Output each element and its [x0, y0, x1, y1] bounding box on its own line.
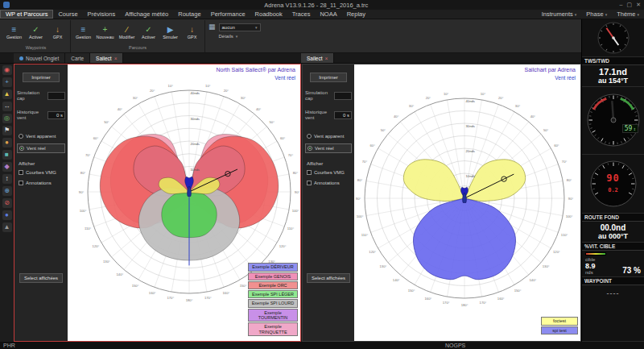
ribbon-parcours-gestion-button[interactable]: ≡Gestion — [72, 20, 94, 45]
menu-phase[interactable]: Phase▾ — [581, 10, 612, 19]
tab-carte[interactable]: Carte — [65, 53, 90, 63]
courbes-vmg-checkbox[interactable]: Courbes VMG — [305, 168, 352, 177]
ribbon-parcours-gpx-button[interactable]: ↓GPX — [181, 20, 203, 45]
svg-text:120°: 120° — [369, 250, 376, 254]
legend-item[interactable]: Exemple TOURMENTIN — [248, 309, 298, 322]
svg-text:20nds: 20nds — [191, 142, 200, 146]
compass-gauge-svg — [582, 19, 644, 57]
radio-vent-apparent[interactable]: Vent apparent — [305, 132, 352, 140]
svg-text:60°: 60° — [280, 136, 286, 140]
svg-text:10°: 10° — [481, 92, 486, 96]
menu-traces[interactable]: Traces — [287, 10, 316, 19]
menu-instruments[interactable]: Instruments▾ — [537, 10, 582, 19]
courbes-vmg-checkbox[interactable]: Courbes VMG — [17, 168, 65, 177]
main-area: ◉+▲↔◎⚑●■◆↕⊕⊘●▲ Imprimer Simulation cap H… — [0, 64, 581, 342]
svg-text:40nds: 40nds — [466, 99, 475, 103]
menu-noaa[interactable]: NOAA — [315, 10, 341, 19]
lifebuoy-icon[interactable]: ◉ — [2, 65, 12, 75]
svg-text:90°: 90° — [568, 197, 574, 201]
svg-text:130°: 130° — [380, 264, 387, 268]
radio-vent-reel[interactable]: Vent réel — [305, 143, 352, 153]
select-affichees-button[interactable]: Select affichées — [19, 273, 63, 283]
print-button[interactable]: Imprimer — [310, 73, 347, 82]
select-affichees-button[interactable]: Select affichées — [307, 273, 350, 283]
menu-roadbook[interactable]: Roadbook — [250, 10, 287, 19]
menu-replay[interactable]: Replay — [342, 10, 370, 19]
svg-text:30°: 30° — [241, 96, 246, 100]
menu-wp-et-parcours[interactable]: WP et Parcours — [0, 10, 53, 19]
menu-course[interactable]: Course — [53, 10, 82, 19]
simulation-cap-input[interactable] — [334, 92, 352, 100]
north-up-icon[interactable]: ▲ — [2, 222, 12, 232]
flag-icon[interactable]: ⚑ — [2, 126, 12, 135]
zoom-icon[interactable]: ◎ — [2, 114, 12, 123]
ribbon-waypoints-activer-button[interactable]: ✓Activer — [25, 20, 47, 45]
legend-item[interactable]: Exemple SPI LÉGER — [248, 290, 298, 298]
mark-icon[interactable]: ● — [2, 138, 12, 147]
legend-item[interactable]: Exemple ORC — [248, 281, 298, 289]
checkbox-label: Courbes VMG — [314, 170, 345, 175]
svg-text:10°: 10° — [205, 84, 211, 88]
ribbon-waypoints-gestion-button[interactable]: ≡Gestion — [3, 20, 25, 45]
simulation-cap-input[interactable] — [47, 92, 65, 100]
legend-item[interactable]: Exemple GENOIS — [248, 272, 298, 280]
legend-item[interactable]: spi test — [541, 326, 578, 334]
legend-item[interactable]: foctest — [541, 317, 578, 325]
measure-icon[interactable]: ↕ — [2, 174, 12, 184]
ribbon-button-label: Activer — [142, 35, 155, 39]
ribbon-parcours-nouveau-button[interactable]: +Nouveau — [94, 20, 116, 45]
tab-sailect[interactable]: Sailect× — [90, 53, 123, 63]
center-boat-icon[interactable]: ⊕ — [2, 186, 12, 196]
palette-icon[interactable]: ◆ — [2, 162, 12, 172]
waypoint-value: ---- — [582, 289, 644, 297]
menu-performance[interactable]: Performance — [206, 10, 250, 19]
pan-icon[interactable]: ↔ — [2, 102, 12, 111]
window-minimize-button[interactable]: – — [620, 2, 623, 8]
radio-label: Vent apparent — [26, 134, 56, 139]
tab-sailect[interactable]: Sailect× — [301, 53, 334, 63]
legend-item[interactable]: Exemple TRINQUETTE — [248, 322, 298, 336]
right-panel-tabs: Sailect× — [301, 53, 581, 63]
svg-text:160°: 160° — [149, 291, 156, 295]
restricted-zone-icon[interactable]: ⊘ — [2, 198, 12, 208]
annotations-checkbox[interactable]: Annotations — [17, 179, 65, 187]
window-maximize-button[interactable]: ▢ — [627, 2, 633, 8]
right-polar-chart-svg[interactable]: 10°20°30°40°50°60°70°80°90°100°110°120°1… — [354, 64, 580, 341]
tab-close-icon[interactable]: × — [325, 56, 328, 61]
tab-nouvel-onglet[interactable]: Nouvel Onglet — [14, 53, 65, 63]
ribbon-group-label: Parcours — [72, 45, 203, 52]
pin-icon[interactable]: ● — [2, 210, 12, 220]
menu-routage[interactable]: Routage — [173, 10, 205, 19]
radio-label: Vent apparent — [314, 134, 344, 139]
tab-label: Sailect — [307, 56, 323, 61]
ribbon-waypoints-gpx-button[interactable]: ↓GPX — [47, 20, 68, 45]
radio-vent-reel[interactable]: Vent réel — [17, 143, 65, 153]
window-close-button[interactable]: ✕ — [636, 2, 641, 8]
target-speed-panel: %VIT. CIBLE cible 8.9 nds 73 % — [582, 243, 644, 277]
annotations-checkbox[interactable]: Annotations — [305, 179, 352, 187]
legend-item[interactable]: Exemple SPI LOURD — [248, 299, 298, 307]
menu-affichage-meteo[interactable]: Affichage météo — [120, 10, 173, 19]
layers-icon[interactable]: ■ — [2, 150, 12, 160]
tws-value: 17.1nd — [582, 67, 644, 77]
print-button[interactable]: Imprimer — [23, 73, 60, 82]
ribbon-parcours-simuler-button[interactable]: ▶Simuler — [159, 20, 181, 45]
radio-vent-apparent[interactable]: Vent apparent — [17, 132, 65, 140]
legend-item[interactable]: Exemple DÉRIVEUR — [248, 263, 298, 271]
menu-theme[interactable]: Thème▾ — [612, 10, 644, 19]
ribbon-parcours-modifier-button[interactable]: ∕Modifier — [116, 20, 138, 45]
historique-vent-input[interactable] — [47, 111, 65, 119]
waypoint-add-icon[interactable]: + — [2, 77, 12, 87]
route-edit-icon[interactable]: ▲ — [2, 89, 12, 99]
details-toggle[interactable]: Détails ▾ — [219, 34, 261, 39]
wind-angle-lcd: 59 ↕ — [622, 124, 638, 133]
ribbon-parcours-activer-button[interactable]: ✓Activer — [138, 20, 159, 45]
instruments-sidebar: TWS/TWD 17.1nd au 154°T 59 ↕ 90 0.2 ROUT… — [581, 19, 644, 342]
course-select[interactable]: aucun ▾ — [219, 23, 261, 31]
svg-text:30°: 30° — [409, 104, 415, 108]
tab-dot-icon — [19, 56, 23, 60]
menu-previsions[interactable]: Prévisions — [83, 10, 121, 19]
tab-close-icon[interactable]: × — [114, 56, 118, 61]
historique-vent-input[interactable] — [334, 111, 352, 119]
grid-icon[interactable]: ▦ — [208, 23, 216, 31]
